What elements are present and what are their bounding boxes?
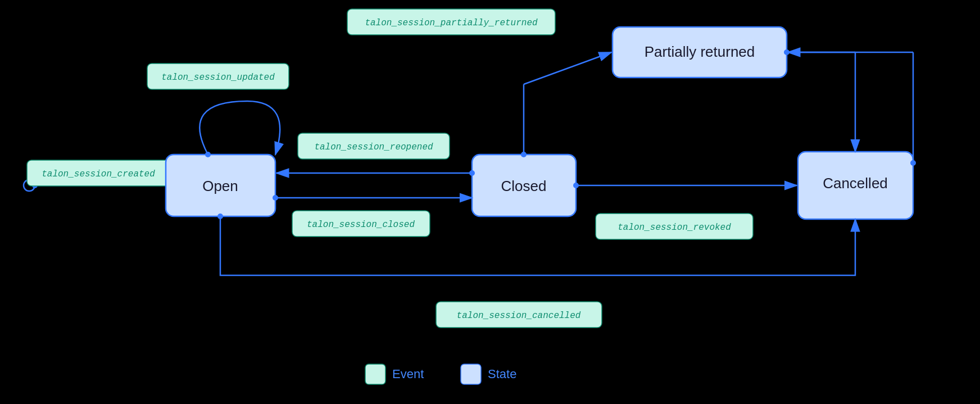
event-label-reopened: talon_session_reopened — [314, 142, 433, 152]
legend-state-box — [461, 364, 481, 384]
closed-open-dot — [469, 170, 475, 176]
open-cancelled-bottom-dot — [217, 214, 223, 219]
closed-cancelled-dot — [573, 183, 579, 188]
state-label-closed: Closed — [501, 178, 547, 194]
diagram-container: talon_session_created Open talon_session… — [0, 0, 980, 404]
open-closed-dot — [273, 195, 278, 201]
closed-to-partial-arrow — [524, 52, 611, 84]
self-loop-open — [199, 101, 280, 155]
event-label-closed: talon_session_closed — [307, 220, 415, 230]
state-label-partially-returned: Partially returned — [645, 43, 755, 60]
cancelled-partial-right-dot — [910, 160, 916, 166]
closed-partial-dot — [521, 152, 527, 157]
event-label-updated: talon_session_updated — [161, 72, 275, 83]
legend-state-label: State — [488, 367, 516, 381]
self-loop-dot — [205, 152, 211, 157]
state-label-cancelled: Cancelled — [823, 175, 888, 192]
event-label-revoked: talon_session_revoked — [618, 223, 731, 233]
event-label-created: talon_session_created — [42, 169, 155, 179]
state-label-open: Open — [202, 178, 238, 194]
legend-event-label: Event — [392, 367, 424, 381]
state-diagram: talon_session_created Open talon_session… — [0, 0, 980, 404]
event-label-partially-returned: talon_session_partially_returned — [365, 18, 538, 28]
event-label-cancelled: talon_session_cancelled — [457, 311, 581, 321]
legend-event-box — [365, 364, 385, 384]
